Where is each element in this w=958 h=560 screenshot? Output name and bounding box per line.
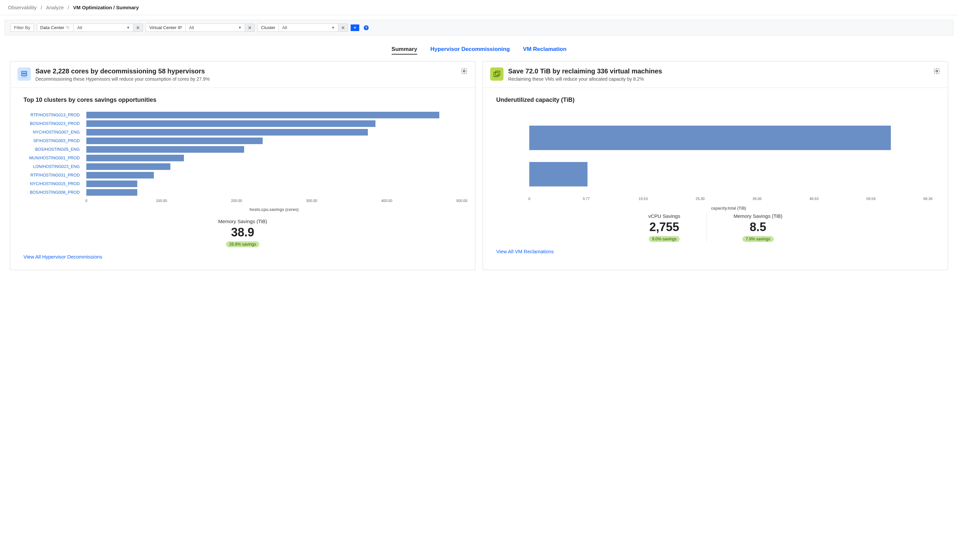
stat-label: vCPU Savings bbox=[649, 213, 680, 219]
card-vm-reclamation: Save 72.0 TiB by reclaiming 336 virtual … bbox=[483, 61, 948, 270]
axis-tick: 58.59 bbox=[866, 197, 876, 201]
chart-bar bbox=[86, 172, 154, 179]
chart-category-label[interactable]: LON/HOSTING023_ENG bbox=[24, 164, 83, 169]
svg-rect-3 bbox=[22, 71, 27, 73]
vm-icon bbox=[490, 68, 503, 81]
filter-name: Cluster bbox=[257, 24, 279, 32]
filter-group-datacenter: Data Center All▼ ✕ bbox=[37, 24, 143, 32]
svg-rect-9 bbox=[494, 73, 498, 77]
axis-tick: 39.06 bbox=[753, 197, 762, 201]
stat-value: 38.9 bbox=[231, 225, 254, 239]
chart-bar bbox=[86, 138, 263, 144]
chart-bar bbox=[86, 112, 439, 119]
axis-tick: 400.00 bbox=[381, 199, 392, 202]
filter-select-datacenter[interactable]: All▼ bbox=[73, 24, 133, 32]
chart-bar bbox=[529, 162, 587, 187]
axis-tick: 0 bbox=[86, 199, 87, 202]
chart-bar bbox=[86, 189, 137, 196]
svg-point-0 bbox=[67, 27, 68, 27]
card-footer: View All Hypervisor Decommissions bbox=[10, 251, 475, 270]
axis-tick: 500.00 bbox=[456, 199, 468, 202]
card-footer: View All VM Reclamations bbox=[483, 245, 948, 264]
filter-remove-button[interactable]: ✕ bbox=[245, 24, 255, 32]
server-icon bbox=[17, 68, 31, 81]
gear-icon[interactable] bbox=[933, 68, 941, 75]
tab-summary[interactable]: Summary bbox=[392, 44, 417, 55]
stat-label: Memory Savings (TiB) bbox=[733, 213, 782, 219]
tab-hypervisor-decommissioning[interactable]: Hypervisor Decommissioning bbox=[430, 44, 510, 55]
chart-bar bbox=[529, 126, 891, 150]
tag-icon bbox=[66, 26, 70, 30]
savings-pill: 26.8% savings bbox=[226, 241, 259, 247]
svg-text:?: ? bbox=[365, 25, 367, 29]
svg-rect-10 bbox=[496, 71, 500, 75]
savings-pill: 9.0% savings bbox=[649, 236, 680, 242]
filter-remove-button[interactable]: ✕ bbox=[338, 24, 348, 32]
card-subtitle: Decommissioning these Hypervisors will r… bbox=[35, 76, 210, 82]
axis-tick: 200.00 bbox=[231, 199, 242, 202]
chevron-down-icon: ▼ bbox=[126, 26, 130, 29]
axis-tick: 0 bbox=[528, 197, 530, 201]
chart-category-label[interactable]: NYC/HOSTING007_ENG bbox=[24, 130, 83, 134]
svg-point-8 bbox=[463, 70, 465, 72]
vcpu-savings-stat: vCPU Savings 2,755 9.0% savings bbox=[649, 213, 680, 242]
filter-name: Data Center bbox=[37, 24, 74, 32]
chart-category-label[interactable]: BOS/HOSTING05_ENG bbox=[24, 147, 83, 152]
stat-value: 8.5 bbox=[750, 220, 766, 234]
chart-category-label[interactable]: RTP/HOSTING031_PROD bbox=[24, 173, 83, 177]
card-hypervisor-decommission: Save 2,228 cores by decommissioning 58 h… bbox=[10, 61, 475, 270]
filter-by-label: Filter By bbox=[10, 24, 34, 32]
filter-name: Virtual Center IP bbox=[146, 24, 185, 32]
gear-icon[interactable] bbox=[460, 68, 468, 75]
breadcrumb-current: VM Optimization / Summary bbox=[73, 5, 139, 10]
tabs: Summary Hypervisor Decommissioning VM Re… bbox=[0, 44, 958, 55]
chart-category-label[interactable]: MUN/HOSTING001_PROD bbox=[24, 156, 83, 160]
tab-vm-reclamation[interactable]: VM Reclamation bbox=[523, 44, 566, 55]
card-header: Save 72.0 TiB by reclaiming 336 virtual … bbox=[483, 62, 948, 88]
card-body: Top 10 clusters by cores savings opportu… bbox=[10, 88, 475, 251]
chart-category-label[interactable]: RTP/HOSTING013_PROD bbox=[24, 113, 83, 117]
filter-group-cluster: Cluster All▼ ✕ bbox=[257, 24, 348, 32]
axis-tick: 300.00 bbox=[306, 199, 317, 202]
stat-divider bbox=[707, 213, 707, 242]
filter-group-vcenter: Virtual Center IP All▼ ✕ bbox=[146, 24, 255, 32]
filter-add-group: + bbox=[351, 24, 359, 31]
breadcrumb-link[interactable]: Analyze bbox=[46, 5, 63, 10]
axis-tick: 19.53 bbox=[638, 197, 648, 201]
chart-category-label[interactable]: BOS/HOSTING023_PROD bbox=[24, 121, 83, 126]
axis-tick: 9.77 bbox=[582, 197, 590, 201]
axis-tick: 48.83 bbox=[809, 197, 819, 201]
breadcrumb-link[interactable]: Observability bbox=[8, 5, 37, 10]
chevron-down-icon: ▼ bbox=[331, 26, 335, 29]
chart-category-label[interactable]: BOS/HOSTING008_PROD bbox=[24, 190, 83, 195]
chart-bar bbox=[86, 120, 376, 127]
axis-tick: 68.36 bbox=[923, 197, 933, 201]
chart-bar bbox=[86, 180, 137, 187]
chart-bar bbox=[86, 129, 368, 136]
filter-remove-button[interactable]: ✕ bbox=[133, 24, 143, 32]
filter-select-vcenter[interactable]: All▼ bbox=[185, 24, 245, 32]
add-filter-button[interactable]: + bbox=[351, 24, 359, 31]
axis-tick: 29.30 bbox=[696, 197, 705, 201]
chart-title: Top 10 clusters by cores savings opportu… bbox=[24, 96, 462, 103]
view-all-hypervisor-link[interactable]: View All Hypervisor Decommissions bbox=[24, 254, 102, 259]
view-all-vm-link[interactable]: View All VM Reclamations bbox=[496, 248, 554, 254]
breadcrumb: Observability / Analyze / VM Optimizatio… bbox=[0, 0, 958, 15]
card-body: Underutilized capacity (TiB) Powered Off… bbox=[483, 88, 948, 245]
filter-select-cluster[interactable]: All▼ bbox=[279, 24, 338, 32]
stats-row: vCPU Savings 2,755 9.0% savings Memory S… bbox=[496, 213, 934, 242]
axis-label: hosts.cpu.savings (cores) bbox=[86, 207, 462, 212]
chart-bar bbox=[86, 163, 170, 170]
card-title: Save 2,228 cores by decommissioning 58 h… bbox=[35, 68, 210, 75]
stat-label: Memory Savings (TiB) bbox=[218, 218, 267, 224]
svg-rect-4 bbox=[22, 74, 27, 76]
cluster-savings-chart: RTP/HOSTING013_PRODBOS/HOSTING023_PRODNY… bbox=[24, 111, 462, 212]
chart-category-label[interactable]: NYC/HOSTING015_PROD bbox=[24, 182, 83, 186]
chart-bar bbox=[86, 155, 184, 161]
chart-category-label[interactable]: SF/HOSTING003_PROD bbox=[24, 139, 83, 143]
help-icon[interactable]: ? bbox=[363, 25, 369, 31]
stats-row: Memory Savings (TiB) 38.9 26.8% savings bbox=[24, 218, 462, 247]
cards-row: Save 2,228 cores by decommissioning 58 h… bbox=[0, 55, 958, 280]
underutilized-capacity-chart: Powered OffIdle09.7719.5329.3039.0648.83… bbox=[496, 111, 934, 203]
chevron-down-icon: ▼ bbox=[238, 26, 241, 29]
